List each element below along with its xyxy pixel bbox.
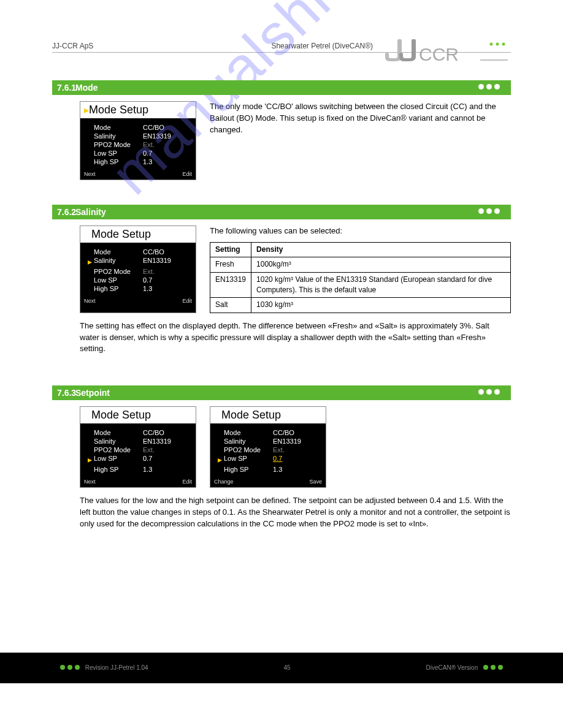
screenshot-salinity: Mode Setup ModeCC/BO ▸SalinityEN13319 PP… <box>80 226 196 313</box>
bar-dots-icon <box>478 389 500 395</box>
arrow-icon: ▸ <box>88 257 94 267</box>
section-bar-salinity: 7.6.2 Salinity <box>52 205 511 219</box>
section-text: The only mode 'CC/BO' allows switching b… <box>210 101 511 180</box>
ss-row: Low SP0.7 <box>83 149 193 157</box>
ss-row: ModeCC/BO <box>83 248 193 256</box>
ss-row: PPO2 ModeExt. <box>213 446 323 454</box>
section-text: The following values can be selected: Se… <box>210 226 511 313</box>
ss-row: ModeCC/BO <box>213 428 323 437</box>
ss-title: ▸Mode Setup <box>80 102 196 118</box>
table-row: Fresh1000kg/m³ <box>210 257 511 272</box>
footer-left-text: Revision JJ-Petrel 1.04 <box>85 664 148 671</box>
svg-point-1 <box>490 43 493 46</box>
ss-row: SalinityEN13319 <box>83 437 193 446</box>
section-text-after: The values for the low and the high setp… <box>80 495 511 530</box>
screenshot-mode: ▸Mode Setup ModeCC/BO SalinityEN13319 PP… <box>80 101 196 180</box>
footer-dots-icon <box>60 665 80 670</box>
header-left: JJ-CCR ApS <box>52 42 93 50</box>
ss-row: ▸Low SP0.7 <box>213 454 323 465</box>
ss-next-label: Next <box>84 479 96 485</box>
footer-dots-icon <box>483 665 503 670</box>
ss-footer: Next Edit <box>80 476 196 487</box>
ss-edit-label: Edit <box>182 171 192 177</box>
ss-next-label: Next <box>84 171 96 177</box>
ss-title: Mode Setup <box>80 407 196 423</box>
ss-row: Low SP0.7 <box>83 276 193 284</box>
section-text-after: The setting has effect on the displayed … <box>80 320 511 355</box>
ss-row: PPO2 ModeExt. <box>83 140 193 149</box>
ss-row: SalinityEN13319 <box>213 437 323 446</box>
arrow-icon: ▸ <box>218 455 224 464</box>
arrow-icon: ▸ <box>84 105 89 115</box>
ss-footer: Next Edit <box>80 169 196 180</box>
footer-page-number: 45 <box>284 664 291 671</box>
table-row: EN133191020 kg/m³ Value of the EN13319 S… <box>210 272 511 298</box>
ss-title: Mode Setup <box>80 226 196 243</box>
ss-footer: Change Save <box>210 476 326 487</box>
svg-point-2 <box>496 43 499 46</box>
ss-next-label: Next <box>84 298 96 304</box>
screenshot-setpoint-a: Mode Setup ModeCC/BO SalinityEN13319 PPO… <box>80 406 196 488</box>
ss-row: SalinityEN13319 <box>83 132 193 140</box>
svg-text:CCR: CCR <box>419 44 459 64</box>
arrow-icon: ▸ <box>88 455 94 464</box>
ss-row: PPO2 ModeExt. <box>83 267 193 276</box>
ss-row: ModeCC/BO <box>83 123 193 132</box>
ss-change-label: Change <box>214 479 234 485</box>
ss-footer: Next Edit <box>80 295 196 306</box>
ss-row: High SP1.3 <box>83 465 193 474</box>
bar-dots-icon <box>478 208 500 214</box>
ss-row: High SP1.3 <box>213 465 323 474</box>
ss-row: High SP1.3 <box>83 284 193 293</box>
jjccr-logo: CCR <box>382 36 511 66</box>
svg-point-3 <box>502 43 505 46</box>
ss-row: ▸Low SP0.7 <box>83 454 193 465</box>
salinity-table: SettingDensity Fresh1000kg/m³ EN13319102… <box>210 242 511 313</box>
ss-title: Mode Setup <box>210 407 326 423</box>
footer: Revision JJ-Petrel 1.04 45 DiveCAN® Vers… <box>0 653 563 683</box>
section-bar-mode: 7.6.1 Mode <box>52 80 511 95</box>
ss-save-label: Save <box>309 479 322 485</box>
section-bar-setpoint: 7.6.3 Setpoint <box>52 385 511 400</box>
ss-row: ModeCC/BO <box>83 428 193 437</box>
ss-edit-label: Edit <box>182 479 192 485</box>
footer-right-text: DiveCAN® Version <box>426 664 478 671</box>
table-row: Salt1030 kg/m³ <box>210 298 511 313</box>
ss-row: PPO2 ModeExt. <box>83 446 193 454</box>
header-right: Shearwater Petrel (DiveCAN®) <box>271 42 373 50</box>
ss-row: High SP1.3 <box>83 157 193 166</box>
bar-dots-icon <box>478 84 500 89</box>
screenshot-setpoint-b: Mode Setup ModeCC/BO SalinityEN13319 PPO… <box>210 406 326 488</box>
ss-row: ▸SalinityEN13319 <box>83 256 193 267</box>
ss-edit-label: Edit <box>182 298 192 304</box>
